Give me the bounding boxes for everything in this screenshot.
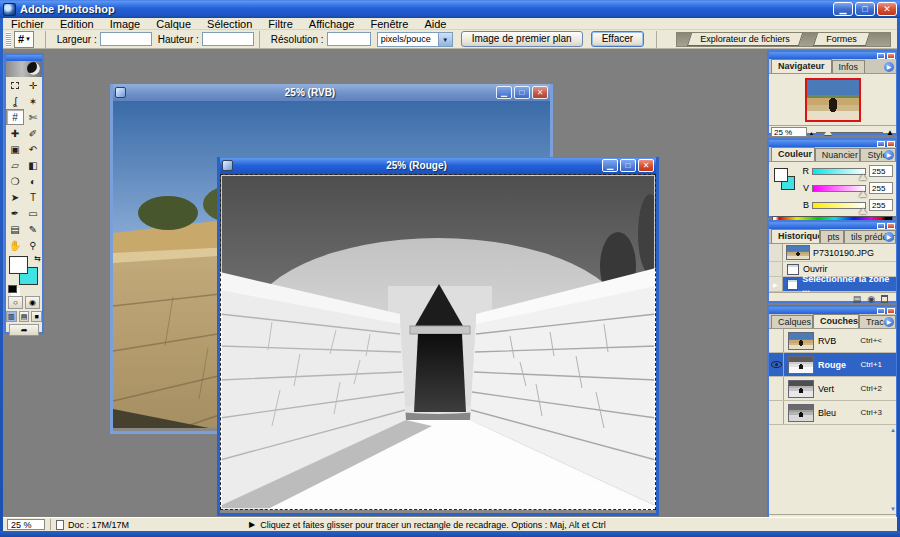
panel-close-button[interactable] [887, 141, 895, 147]
doc-rouge-canvas[interactable] [220, 174, 656, 510]
panel-menu-icon[interactable]: ▶ [884, 232, 894, 242]
panel-menu-icon[interactable]: ▶ [884, 62, 894, 72]
standard-mode-button[interactable]: ○ [8, 296, 23, 309]
scroll-down-icon[interactable]: ▼ [890, 506, 896, 512]
panel-minimize-button[interactable] [877, 141, 885, 147]
hauteur-field[interactable] [202, 32, 254, 46]
menu-affichage[interactable]: Affichage [301, 18, 363, 30]
blue-value-field[interactable]: 255 [869, 199, 893, 211]
status-zoom-field[interactable]: 25 % [7, 519, 45, 530]
panel-minimize-button[interactable] [877, 223, 885, 229]
tab-couches[interactable]: Couches [813, 314, 859, 328]
path-selection-tool[interactable]: ➤ [6, 189, 24, 205]
channel-row-rvb[interactable]: RVB Ctrl+< [769, 329, 896, 353]
doc-close-button[interactable]: ✕ [638, 159, 654, 172]
panel-menu-icon[interactable]: ▶ [884, 317, 894, 327]
slice-tool[interactable]: ✄ [24, 109, 42, 125]
largeur-field[interactable] [100, 32, 152, 46]
unit-select[interactable]: pixels/pouce [377, 32, 439, 47]
panel-minimize-button[interactable] [877, 308, 885, 314]
blur-tool[interactable]: ❍ [6, 173, 24, 189]
channels-panel-titlebar[interactable] [769, 307, 896, 314]
foreground-color-swatch[interactable] [9, 256, 28, 274]
history-source-column[interactable] [769, 244, 783, 261]
foreground-color-swatch[interactable] [774, 168, 788, 182]
color-panel-titlebar[interactable] [769, 140, 896, 147]
jump-to-imageready-button[interactable]: ➦ [9, 324, 39, 336]
slider-thumb[interactable] [824, 129, 832, 135]
green-slider[interactable] [812, 185, 866, 192]
menu-image[interactable]: Image [102, 18, 149, 30]
history-step-selectionner[interactable]: ▶ Sélectionner la zone ... [769, 277, 896, 292]
tab-infos[interactable]: Infos [832, 60, 866, 73]
visibility-toggle[interactable] [769, 401, 784, 424]
swap-colors-icon[interactable]: ⇆ [34, 254, 41, 263]
trash-icon[interactable] [881, 295, 888, 303]
resolution-field[interactable] [327, 32, 371, 46]
clone-stamp-tool[interactable]: ▣ [6, 141, 24, 157]
doc-rvb-titlebar[interactable]: 25% (RVB) ▁ □ ✕ [113, 84, 550, 101]
tab-couleur[interactable]: Couleur [771, 147, 815, 161]
green-value-field[interactable]: 255 [869, 182, 893, 194]
shape-tool[interactable]: ▭ [24, 205, 42, 221]
doc-maximize-button[interactable]: □ [620, 159, 636, 172]
navigator-zoom-field[interactable]: 25 % [771, 127, 807, 137]
magic-wand-tool[interactable]: ✶ [24, 93, 42, 109]
slider-thumb[interactable] [859, 191, 867, 197]
visibility-toggle[interactable] [769, 377, 784, 400]
lasso-tool[interactable]: ʆ [6, 93, 24, 109]
menu-fichier[interactable]: Fichier [3, 18, 52, 30]
well-tab-explorateur[interactable]: Explorateur de fichiers [687, 33, 803, 46]
gradient-tool[interactable]: ◧ [24, 157, 42, 173]
crop-tool[interactable]: # [6, 109, 24, 125]
history-brush-tool[interactable]: ↶ [24, 141, 42, 157]
unit-select-arrow-icon[interactable]: ▼ [439, 32, 453, 47]
maximize-button[interactable]: □ [855, 2, 875, 16]
tab-historique[interactable]: Historique [771, 229, 820, 243]
panel-close-button[interactable] [887, 53, 895, 59]
minimize-button[interactable]: ▁ [833, 2, 853, 16]
menu-aide[interactable]: Aide [416, 18, 454, 30]
well-tab-formes[interactable]: Formes [813, 33, 870, 46]
type-tool[interactable]: T [24, 189, 42, 205]
notes-tool[interactable]: ▤ [6, 221, 24, 237]
hand-tool[interactable]: ✋ [6, 237, 24, 253]
panel-minimize-button[interactable] [877, 53, 885, 59]
eyedropper-tool[interactable]: ✎ [24, 221, 42, 237]
default-colors-icon[interactable] [8, 285, 17, 293]
close-button[interactable]: ✕ [877, 2, 897, 16]
panel-close-button[interactable] [887, 308, 895, 314]
panel-close-button[interactable] [887, 223, 895, 229]
healing-brush-tool[interactable]: ✚ [6, 125, 24, 141]
standard-screen-button[interactable]: ▥ [6, 311, 17, 322]
red-value-field[interactable]: 255 [869, 165, 893, 177]
pen-tool[interactable]: ✒ [6, 205, 24, 221]
tab-scripts[interactable]: pts [820, 230, 844, 243]
menu-fenetre[interactable]: Fenêtre [362, 18, 416, 30]
doc-close-button[interactable]: ✕ [532, 86, 548, 99]
menu-filtre[interactable]: Filtre [260, 18, 300, 30]
tab-calques[interactable]: Calques [771, 315, 813, 328]
channel-row-rouge[interactable]: Rouge Ctrl+1 [769, 353, 896, 377]
channel-row-bleu[interactable]: Bleu Ctrl+3 [769, 401, 896, 425]
doc-maximize-button[interactable]: □ [514, 86, 530, 99]
slider-thumb[interactable] [859, 174, 867, 180]
navigator-thumbnail[interactable] [805, 78, 861, 122]
eraser-tool[interactable]: ▱ [6, 157, 24, 173]
navigator-panel-titlebar[interactable] [769, 52, 896, 59]
menu-selection[interactable]: Sélection [199, 18, 260, 30]
new-snapshot-icon[interactable]: ◉ [867, 294, 875, 304]
new-document-from-state-icon[interactable]: ▤ [853, 294, 862, 304]
slider-thumb[interactable] [859, 208, 867, 214]
tab-navigateur[interactable]: Navigateur [771, 59, 832, 73]
fullscreen-menu-button[interactable]: ▤ [19, 311, 30, 322]
doc-minimize-button[interactable]: ▁ [496, 86, 512, 99]
fullscreen-button[interactable]: ■ [31, 311, 42, 322]
navigator-zoom-slider[interactable] [816, 132, 883, 133]
zoom-in-icon[interactable]: ▲ [886, 128, 894, 137]
quick-mask-button[interactable]: ◉ [25, 296, 40, 309]
doc-rouge-titlebar[interactable]: 25% (Rouge) ▁ □ ✕ [220, 157, 656, 174]
menu-calque[interactable]: Calque [148, 18, 199, 30]
dodge-tool[interactable]: ◐ [24, 173, 42, 189]
menu-edition[interactable]: Edition [52, 18, 102, 30]
